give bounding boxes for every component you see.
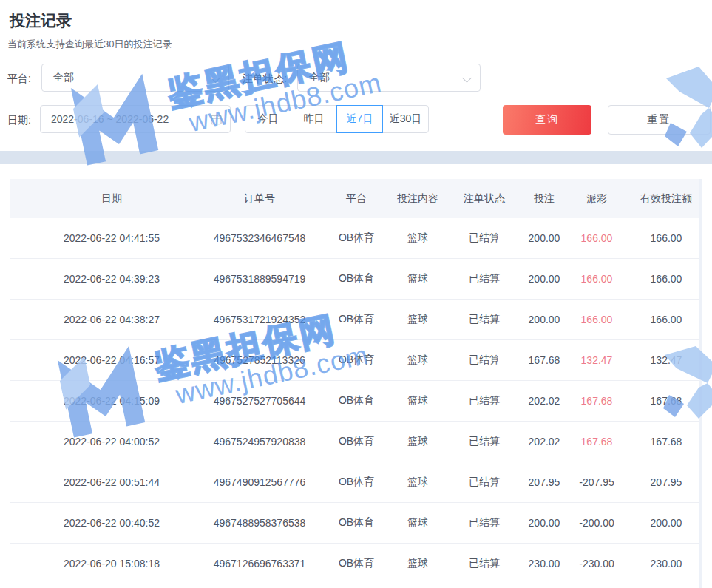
cell-content: 篮球 bbox=[407, 381, 428, 421]
date-range-input[interactable]: 2022-06-16 ~ 2022-06-22 bbox=[40, 105, 231, 133]
status-select-value: 全部 bbox=[309, 71, 330, 84]
status-select[interactable]: 全部 bbox=[297, 64, 481, 92]
cell-order_no: 4967531889594719 bbox=[214, 259, 306, 299]
cell-valid: 167.68 bbox=[651, 381, 682, 421]
table-row: 2022-06-22 04:00:524967524957920838OB体育篮… bbox=[10, 422, 702, 462]
cell-date: 2022-06-22 04:15:09 bbox=[64, 381, 160, 421]
cell-valid: 166.00 bbox=[651, 218, 682, 258]
quick-range-7days[interactable]: 近7日 bbox=[336, 105, 383, 133]
date-label: 日期: bbox=[7, 105, 31, 135]
cell-content: 篮球 bbox=[407, 259, 428, 299]
cell-date: 2022-06-22 04:39:23 bbox=[64, 259, 160, 299]
cell-date: 2022-06-22 00:51:44 bbox=[64, 462, 160, 502]
card-edge-line bbox=[699, 179, 702, 588]
cell-payout: -207.95 bbox=[579, 462, 614, 502]
cell-bet: 200.00 bbox=[529, 300, 560, 339]
reset-button[interactable]: 重置 bbox=[608, 105, 711, 135]
cell-status: 已结算 bbox=[469, 381, 500, 421]
cell-valid: 132.47 bbox=[651, 340, 682, 380]
cell-bet: 200.00 bbox=[529, 218, 560, 258]
col-header-bet-content: 投注内容 bbox=[397, 179, 438, 218]
table-row: 2022-06-22 04:41:554967532346467548OB体育篮… bbox=[10, 218, 702, 259]
cell-bet: 230.00 bbox=[529, 544, 560, 584]
table-row: 2022-06-22 00:40:524967488958376538OB体育篮… bbox=[10, 503, 702, 544]
search-button[interactable]: 查询 bbox=[503, 105, 591, 135]
table-header-row: 日期 订单号 平台 投注内容 注单状态 投注 派彩 有效投注额 bbox=[10, 179, 702, 218]
platform-label: 平台: bbox=[7, 64, 31, 93]
cell-content: 篮球 bbox=[407, 300, 428, 339]
cell-bet: 167.68 bbox=[529, 340, 560, 380]
cell-order_no: 4967490912567776 bbox=[214, 462, 306, 502]
cell-platform: OB体育 bbox=[339, 259, 374, 299]
platform-select[interactable]: 全部 bbox=[41, 64, 229, 92]
cell-status: 已结算 bbox=[469, 462, 500, 502]
quick-range-yesterday[interactable]: 昨日 bbox=[291, 105, 337, 133]
cell-valid: 207.95 bbox=[651, 462, 682, 502]
cell-date: 2022-06-22 04:41:55 bbox=[64, 218, 160, 258]
cell-content: 篮球 bbox=[407, 544, 428, 584]
cell-platform: OB体育 bbox=[339, 503, 374, 543]
cell-payout: -200.00 bbox=[579, 503, 614, 543]
col-header-valid-amount: 有效投注额 bbox=[640, 179, 692, 218]
cell-valid: 167.68 bbox=[651, 422, 682, 462]
cell-payout: 167.68 bbox=[581, 381, 613, 421]
table-row: 2022-06-22 04:15:094967527527705644OB体育篮… bbox=[10, 381, 702, 422]
cell-content: 篮球 bbox=[407, 218, 428, 258]
col-header-date: 日期 bbox=[101, 179, 122, 218]
cell-platform: OB体育 bbox=[339, 218, 374, 258]
table-row: 2022-06-22 04:38:274967531721924352OB体育篮… bbox=[10, 300, 702, 340]
col-header-payout: 派彩 bbox=[586, 179, 607, 218]
quick-range-today[interactable]: 今日 bbox=[245, 105, 291, 133]
chevron-down-icon bbox=[211, 73, 220, 83]
cell-bet: 200.00 bbox=[529, 503, 560, 543]
chevron-down-icon bbox=[462, 73, 472, 83]
col-header-platform: 平台 bbox=[346, 179, 367, 218]
cell-payout: 166.00 bbox=[581, 259, 613, 299]
cell-date: 2022-06-22 04:16:57 bbox=[64, 340, 160, 380]
status-label: 注单状态: bbox=[243, 64, 287, 93]
table-row: 2022-06-22 04:16:574967527852113326OB体育篮… bbox=[10, 340, 702, 381]
cell-order_no: 4967527852113326 bbox=[214, 340, 305, 380]
cell-status: 已结算 bbox=[469, 259, 500, 299]
cell-date: 2022-06-22 04:00:52 bbox=[64, 422, 160, 462]
platform-select-value: 全部 bbox=[53, 71, 74, 84]
cell-status: 已结算 bbox=[469, 503, 500, 543]
cell-bet: 202.02 bbox=[529, 422, 560, 462]
cell-valid: 200.00 bbox=[651, 503, 682, 543]
cell-date: 2022-06-22 00:40:52 bbox=[64, 503, 160, 543]
cell-content: 篮球 bbox=[407, 503, 428, 543]
col-header-order-no: 订单号 bbox=[244, 179, 275, 218]
cell-platform: OB体育 bbox=[339, 462, 374, 502]
cell-status: 已结算 bbox=[469, 300, 500, 339]
cell-valid: 166.00 bbox=[651, 300, 682, 339]
table-row: 2022-06-22 04:39:234967531889594719OB体育篮… bbox=[10, 259, 702, 300]
cell-date: 2022-06-20 15:08:18 bbox=[64, 544, 160, 584]
page-subtitle: 当前系统支持查询最近30日的投注记录 bbox=[7, 38, 172, 51]
cell-bet: 207.95 bbox=[529, 462, 560, 502]
cell-platform: OB体育 bbox=[339, 300, 374, 339]
cell-status: 已结算 bbox=[469, 544, 500, 584]
cell-payout: 132.47 bbox=[581, 340, 613, 380]
cell-status: 已结算 bbox=[469, 218, 500, 258]
cell-valid: 230.00 bbox=[651, 544, 682, 584]
cell-bet: 200.00 bbox=[529, 259, 560, 299]
cell-order_no: 4967531721924352 bbox=[214, 300, 306, 339]
col-header-bet: 投注 bbox=[534, 179, 555, 218]
cell-order_no: 4967488958376538 bbox=[214, 503, 306, 543]
cell-payout: 166.00 bbox=[581, 300, 613, 339]
cell-bet: 202.02 bbox=[529, 381, 560, 421]
cell-content: 篮球 bbox=[407, 340, 428, 380]
page-title: 投注记录 bbox=[10, 10, 72, 31]
cell-payout: 166.00 bbox=[581, 218, 613, 258]
cell-order_no: 4967527527705644 bbox=[214, 381, 306, 421]
quick-range-30days[interactable]: 近30日 bbox=[382, 105, 429, 133]
cell-valid: 166.00 bbox=[651, 259, 682, 299]
cell-platform: OB体育 bbox=[339, 422, 374, 462]
cell-payout: -230.00 bbox=[579, 544, 614, 584]
date-range-value: 2022-06-16 ~ 2022-06-22 bbox=[51, 113, 169, 125]
cell-content: 篮球 bbox=[407, 422, 428, 462]
betting-records-page: 投注记录 当前系统支持查询最近30日的投注记录 平台: 全部 注单状态: 全部 … bbox=[0, 0, 712, 588]
section-divider-band bbox=[0, 151, 712, 164]
cell-order_no: 4967532346467548 bbox=[214, 218, 306, 258]
cell-content: 篮球 bbox=[407, 462, 428, 502]
